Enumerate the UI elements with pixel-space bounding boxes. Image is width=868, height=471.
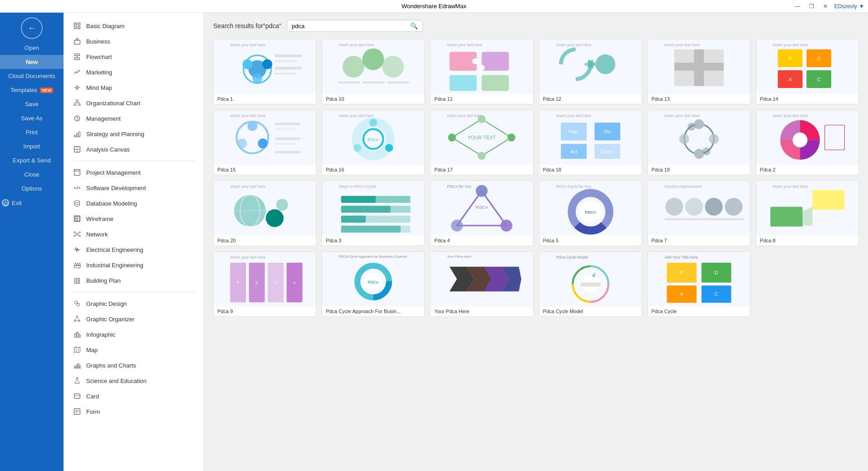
template-card-pdca_cycle[interactable]: Add Your Title here P D A C Pdca Cycle <box>647 251 750 317</box>
sidebar-item-new[interactable]: New <box>0 55 64 69</box>
sidebar-item-saveas[interactable]: Save As <box>0 111 64 125</box>
template-card-pdca9[interactable]: Insert your text here P D C A Pdca 9 <box>213 251 316 317</box>
sidebar-item-save[interactable]: Save <box>0 97 64 111</box>
svg-line-60 <box>75 317 77 320</box>
template-label: Pdca 7 <box>648 236 750 245</box>
sidebar-item-open[interactable]: Open <box>0 41 64 55</box>
search-input[interactable] <box>292 23 410 29</box>
category-item-orgchart[interactable]: Organizational Chart <box>64 95 204 111</box>
category-item-industrial[interactable]: Industrial Engineering <box>64 257 204 273</box>
category-label: Graphic Design <box>86 300 127 307</box>
industrial-icon <box>73 260 82 270</box>
sidebar-item-label: Options <box>22 185 42 192</box>
category-item-mindmap[interactable]: Mind Map <box>64 80 204 95</box>
category-item-software[interactable]: Software Development <box>64 180 204 196</box>
category-item-strategy[interactable]: Strategy and Planning <box>64 126 204 142</box>
template-card-pdca17[interactable]: Insert your text here YOUR TEXT Pdca 17 <box>430 110 533 175</box>
template-card-pdca10[interactable]: Insert your text here Pdca 10 <box>322 39 425 104</box>
sidebar-item-import[interactable]: Import <box>0 139 64 153</box>
category-label: Strategy and Planning <box>86 131 144 137</box>
sidebar-item-exit[interactable]: ⏻ Exit <box>0 196 64 210</box>
category-item-project[interactable]: Project Management <box>64 165 204 180</box>
template-label: Pdca 17 <box>431 165 533 175</box>
category-item-analysis[interactable]: Analysis Canvas <box>64 142 204 157</box>
svg-rect-4 <box>74 40 80 44</box>
template-card-pdca_cycle_business[interactable]: PDCA Cycle Approach for Business Control… <box>322 251 425 317</box>
svg-text:P: P <box>237 280 240 285</box>
svg-text:Insert your text here: Insert your text here <box>773 43 808 47</box>
template-card-pdca7[interactable]: Service Improvement Pdca 7 <box>647 181 750 246</box>
category-label: Business <box>86 38 110 45</box>
category-item-form[interactable]: Form <box>64 404 204 419</box>
svg-text:Insert your text here: Insert your text here <box>230 255 265 260</box>
category-label: Form <box>86 408 100 415</box>
sidebar-item-print[interactable]: Print <box>0 125 64 139</box>
template-label: Pdca 19 <box>648 165 750 175</box>
category-item-map[interactable]: Map <box>64 342 204 358</box>
category-item-business[interactable]: Business <box>64 34 204 49</box>
category-item-graphic[interactable]: Graphic Design <box>64 296 204 311</box>
category-item-marketing[interactable]: Marketing <box>64 64 204 80</box>
sidebar-item-close[interactable]: Close <box>0 167 64 182</box>
sidebar-item-export[interactable]: Export & Send <box>0 153 64 167</box>
restore-button[interactable]: ❐ <box>806 2 817 10</box>
svg-point-41 <box>79 235 80 236</box>
template-card-pdca3[interactable]: Steps to PDCA Cycle Pdca 3 <box>322 181 425 246</box>
close-button[interactable]: ✕ <box>820 2 830 10</box>
business-icon <box>73 37 82 46</box>
sidebar-item-options[interactable]: Options <box>0 182 64 196</box>
category-item-basic[interactable]: Basic Diagram <box>64 18 204 34</box>
template-card-pdca20[interactable]: Insert your text here Pdca 20 <box>213 181 316 246</box>
template-thumbnail: Insert your text here <box>539 39 642 94</box>
svg-rect-15 <box>78 104 80 105</box>
svg-text:Insert your text here: Insert your text here <box>556 43 591 47</box>
svg-text:YOUR TEXT: YOUR TEXT <box>468 135 496 140</box>
svg-rect-0 <box>74 23 77 25</box>
user-menu[interactable]: EDszeoly ▼ <box>834 3 864 10</box>
category-item-database[interactable]: Database Modeling <box>64 196 204 211</box>
template-card-pdca13[interactable]: Insert your text here Pdca 13 <box>647 39 750 104</box>
template-card-pdca15[interactable]: Insert your text here Pdca 15 <box>213 110 316 175</box>
category-item-network[interactable]: Network <box>64 226 204 242</box>
template-card-pdca16[interactable]: Insert your text here PDCA Pdca 16 <box>322 110 425 175</box>
svg-rect-36 <box>75 219 77 221</box>
minimize-button[interactable]: — <box>792 2 803 10</box>
template-card-pdca19[interactable]: Insert your text here Pdca 19 <box>647 110 750 175</box>
category-item-wireframe[interactable]: Wireframe <box>64 211 204 226</box>
template-card-pdca11[interactable]: Insert your text here Pdca 11 <box>430 39 533 104</box>
svg-rect-202 <box>684 218 704 220</box>
category-item-building[interactable]: Building Plan <box>64 273 204 288</box>
svg-point-38 <box>74 231 75 233</box>
category-item-science[interactable]: Science and Education <box>64 373 204 388</box>
category-item-graphs[interactable]: Graphs and Charts <box>64 358 204 373</box>
template-card-pdca_cycle_model[interactable]: Pdca Cycle Model Pdca Cycle Model <box>539 251 642 317</box>
category-label: Project Management <box>86 169 141 176</box>
sidebar-item-cloud[interactable]: Cloud Documents <box>0 69 64 83</box>
svg-text:PDCA: PDCA <box>368 137 379 142</box>
svg-point-200 <box>725 198 742 216</box>
template-card-pdca14[interactable]: Insert your text here P D A C Pdca 14 <box>756 39 859 104</box>
category-item-electrical[interactable]: Electrical Engineering <box>64 242 204 257</box>
template-card-pdca4[interactable]: PDCA for You PDCA Pdca 4 <box>430 181 533 246</box>
template-thumbnail: Insert your text here <box>431 39 533 94</box>
category-item-infographic[interactable]: Infographic <box>64 327 204 342</box>
category-item-flowchart[interactable]: Flowchart <box>64 49 204 64</box>
template-card-pdca12[interactable]: Insert your text here Pdca 12 <box>539 39 642 104</box>
category-item-card[interactable]: Card <box>64 388 204 404</box>
svg-rect-50 <box>74 278 79 283</box>
category-item-management[interactable]: Management <box>64 111 204 126</box>
category-item-organizer[interactable]: Graphic Organizer <box>64 311 204 327</box>
template-card-pdca18[interactable]: Insert your text here Plan Do Act Check … <box>539 110 642 175</box>
template-card-pdca8[interactable]: Insert your text here Pdca 8 <box>756 181 859 246</box>
sidebar-item-templates[interactable]: Templates NEW <box>0 83 64 97</box>
template-card-your_pdca[interactable]: Your Pdca Here Your Pdca Here <box>430 251 533 317</box>
svg-point-164 <box>687 123 695 130</box>
template-card-pdca2[interactable]: Insert your text here Pdca 2 <box>756 110 859 175</box>
svg-rect-71 <box>78 363 79 368</box>
electrical-icon <box>73 245 82 254</box>
search-icon[interactable]: 🔍 <box>410 22 418 29</box>
svg-rect-130 <box>275 123 300 125</box>
back-button[interactable]: ← <box>21 17 43 39</box>
template-card-pdca1[interactable]: Insert your text here Pdca 1 <box>213 39 316 104</box>
template-card-pdca5[interactable]: PDCA Cycle for You PDCA Pdca 5 <box>539 181 642 246</box>
